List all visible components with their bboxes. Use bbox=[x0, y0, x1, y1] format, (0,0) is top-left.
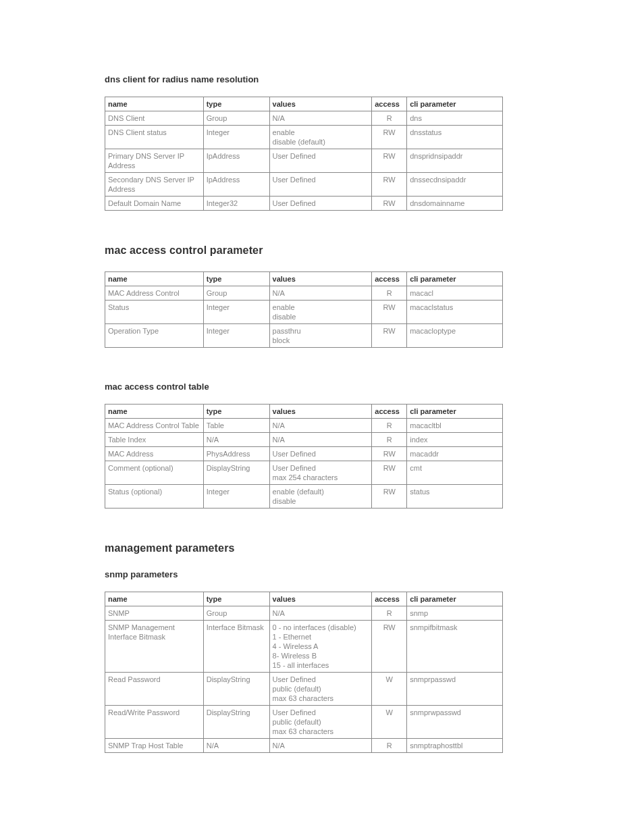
cell-cli: dnssecdnsipaddr bbox=[407, 173, 503, 197]
table-header-row: name type values access cli parameter bbox=[105, 592, 503, 606]
cell-name: Table Index bbox=[105, 433, 204, 447]
cell-name: Secondary DNS Server IP Address bbox=[105, 173, 204, 197]
col-header-access: access bbox=[372, 405, 407, 419]
cell-values: enable (default)disable bbox=[269, 485, 372, 509]
cell-values: User Definedpublic (default)max 63 chara… bbox=[269, 673, 372, 706]
cell-cli: status bbox=[407, 485, 503, 509]
table-row: MAC AddressPhysAddressUser DefinedRWmaca… bbox=[105, 447, 503, 461]
cell-values: User Defined bbox=[269, 197, 372, 211]
cell-cli: dnsstatus bbox=[407, 126, 503, 149]
section-heading-snmp: snmp parameters bbox=[105, 569, 539, 579]
cell-values: N/A bbox=[269, 606, 372, 621]
col-header-name: name bbox=[105, 405, 204, 419]
col-header-access: access bbox=[372, 97, 407, 111]
cell-name: DNS Client bbox=[105, 111, 204, 126]
cell-values: User Defined bbox=[269, 149, 372, 173]
col-header-values: values bbox=[269, 592, 372, 606]
table-body: MAC Address ControlGroupN/ARmacaclStatus… bbox=[105, 286, 503, 348]
cell-type: N/A bbox=[203, 433, 269, 447]
table-mac-table: name type values access cli parameter MA… bbox=[105, 404, 503, 509]
cell-cli: macaclstatus bbox=[407, 301, 503, 324]
cell-name: SNMP Management Interface Bitmask bbox=[105, 621, 204, 673]
cell-type: DisplayString bbox=[203, 673, 269, 706]
table-row: Primary DNS Server IP AddressIpAddressUs… bbox=[105, 149, 503, 173]
col-header-type: type bbox=[203, 592, 269, 606]
col-header-cli: cli parameter bbox=[407, 97, 503, 111]
section-heading-mac-param: mac access control parameter bbox=[105, 244, 539, 257]
cell-type: Table bbox=[203, 419, 269, 433]
cell-name: MAC Address Control Table bbox=[105, 419, 204, 433]
cell-type: Interface Bitmask bbox=[203, 621, 269, 673]
cell-values: enabledisable (default) bbox=[269, 126, 372, 149]
table-snmp: name type values access cli parameter SN… bbox=[105, 592, 503, 753]
col-header-type: type bbox=[203, 272, 269, 286]
section-heading-mac-table: mac access control table bbox=[105, 382, 539, 392]
col-header-values: values bbox=[269, 405, 372, 419]
table-row: MAC Address ControlGroupN/ARmacacl bbox=[105, 286, 503, 301]
cell-type: DisplayString bbox=[203, 461, 269, 485]
col-header-name: name bbox=[105, 97, 204, 111]
table-mac-param: name type values access cli parameter MA… bbox=[105, 271, 503, 348]
cell-values: N/A bbox=[269, 286, 372, 301]
table-row: Read PasswordDisplayStringUser Definedpu… bbox=[105, 673, 503, 706]
cell-type: Group bbox=[203, 111, 269, 126]
table-row: Operation TypeIntegerpassthrublockRWmaca… bbox=[105, 324, 503, 348]
table-row: DNS Client statusIntegerenabledisable (d… bbox=[105, 126, 503, 149]
cell-access: RW bbox=[372, 447, 407, 461]
cell-cli: macacltbl bbox=[407, 419, 503, 433]
table-row: Table IndexN/AN/ARindex bbox=[105, 433, 503, 447]
cell-name: MAC Address bbox=[105, 447, 204, 461]
cell-access: W bbox=[372, 706, 407, 739]
cell-type: Group bbox=[203, 286, 269, 301]
cell-access: R bbox=[372, 739, 407, 753]
table-row: StatusIntegerenabledisableRWmacaclstatus bbox=[105, 301, 503, 324]
cell-values: N/A bbox=[269, 739, 372, 753]
cell-access: RW bbox=[372, 301, 407, 324]
section-heading-management: management parameters bbox=[105, 542, 539, 554]
cell-cli: macaddr bbox=[407, 447, 503, 461]
cell-cli: snmp bbox=[407, 606, 503, 621]
cell-cli: dnsdomainname bbox=[407, 197, 503, 211]
cell-access: RW bbox=[372, 485, 407, 509]
cell-type: Group bbox=[203, 606, 269, 621]
col-header-cli: cli parameter bbox=[407, 272, 503, 286]
table-header-row: name type values access cli parameter bbox=[105, 405, 503, 419]
cell-cli: macacloptype bbox=[407, 324, 503, 348]
cell-name: Primary DNS Server IP Address bbox=[105, 149, 204, 173]
col-header-name: name bbox=[105, 272, 204, 286]
cell-values: User Defined bbox=[269, 447, 372, 461]
col-header-cli: cli parameter bbox=[407, 592, 503, 606]
cell-access: RW bbox=[372, 149, 407, 173]
col-header-access: access bbox=[372, 592, 407, 606]
col-header-access: access bbox=[372, 272, 407, 286]
cell-type: IpAddress bbox=[203, 173, 269, 197]
cell-cli: dns bbox=[407, 111, 503, 126]
cell-name: Read/Write Password bbox=[105, 706, 204, 739]
cell-name: SNMP bbox=[105, 606, 204, 621]
cell-type: Integer bbox=[203, 301, 269, 324]
table-row: Status (optional)Integerenable (default)… bbox=[105, 485, 503, 509]
cell-type: Integer32 bbox=[203, 197, 269, 211]
cell-access: RW bbox=[372, 461, 407, 485]
table-row: SNMP Management Interface BitmaskInterfa… bbox=[105, 621, 503, 673]
cell-access: W bbox=[372, 673, 407, 706]
cell-cli: dnspridnsipaddr bbox=[407, 149, 503, 173]
cell-values: User Definedmax 254 characters bbox=[269, 461, 372, 485]
cell-access: R bbox=[372, 433, 407, 447]
col-header-values: values bbox=[269, 272, 372, 286]
table-row: Comment (optional)DisplayStringUser Defi… bbox=[105, 461, 503, 485]
cell-values: enabledisable bbox=[269, 301, 372, 324]
cell-type: PhysAddress bbox=[203, 447, 269, 461]
cell-type: Integer bbox=[203, 324, 269, 348]
cell-type: Integer bbox=[203, 126, 269, 149]
cell-values: 0 - no interfaces (disable)1 - Ethernet4… bbox=[269, 621, 372, 673]
col-header-type: type bbox=[203, 405, 269, 419]
table-dns: name type values access cli parameter DN… bbox=[105, 97, 503, 211]
cell-name: Comment (optional) bbox=[105, 461, 204, 485]
cell-access: R bbox=[372, 111, 407, 126]
table-row: Secondary DNS Server IP AddressIpAddress… bbox=[105, 173, 503, 197]
table-header-row: name type values access cli parameter bbox=[105, 97, 503, 111]
cell-access: RW bbox=[372, 173, 407, 197]
cell-name: Read Password bbox=[105, 673, 204, 706]
section-heading-dns: dns client for radius name resolution bbox=[105, 74, 539, 84]
